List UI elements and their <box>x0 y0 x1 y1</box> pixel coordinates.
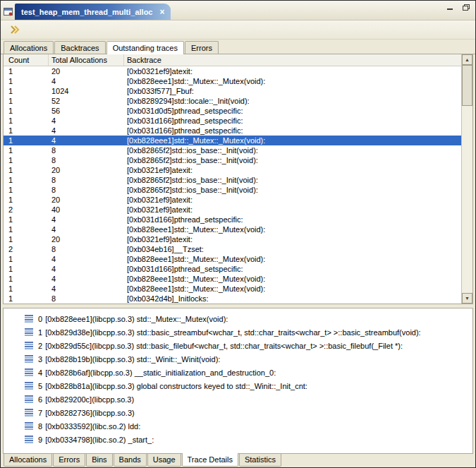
bottom-tab-errors[interactable]: Errors <box>53 454 85 467</box>
profiler-tool-window: test_heap_mem_thread_multi_alloc × Alloc… <box>0 0 476 468</box>
scroll-down-icon[interactable]: ▼ <box>462 293 472 304</box>
table-header: CountTotal AllocationsBacktrace <box>4 54 472 66</box>
count-cell: 1 <box>4 145 49 155</box>
frame-index: 9 <box>38 436 42 444</box>
trace-detail-item[interactable]: 0[0xb828eee1](libcpp.so.3) std::_Mutex::… <box>4 312 472 325</box>
count-cell: 1 <box>4 284 49 294</box>
table-row[interactable]: 14[0xb031d166]pthread_setspecific: <box>4 126 461 136</box>
table-row[interactable]: 14[0xb031d166]pthread_setspecific: <box>4 264 461 274</box>
bottom-tab-bands[interactable]: Bands <box>114 454 147 467</box>
total-allocations-cell: 56 <box>49 106 124 116</box>
bottom-tab-statistics[interactable]: Statistics <box>239 454 281 467</box>
bottom-tab-usage[interactable]: Usage <box>147 454 181 467</box>
close-icon[interactable]: × <box>159 8 164 16</box>
bottom-tab-trace-details[interactable]: Trace Details <box>182 453 238 467</box>
total-allocations-cell: 8 <box>49 145 124 155</box>
total-allocations-cell: 4 <box>49 136 124 145</box>
table-row[interactable]: 120[0xb0321ef9]atexit: <box>4 234 461 244</box>
stack-frame-icon <box>25 409 35 416</box>
backtrace-cell: [0xb031d166]pthread_setspecific: <box>124 215 461 224</box>
total-allocations-cell: 8 <box>49 294 124 304</box>
trace-detail-item[interactable]: 5[0xb828b81a](libcpp.so.3) global constr… <box>4 379 472 392</box>
count-cell: 1 <box>4 86 49 96</box>
frame-text: [0xb828eee1](libcpp.so.3) std::_Mutex::_… <box>45 315 228 323</box>
table-row[interactable]: 120[0xb0321ef9]atexit: <box>4 66 461 76</box>
column-header-count[interactable]: Count <box>4 54 49 66</box>
total-allocations-cell: 4 <box>49 76 124 86</box>
frame-index: 3 <box>38 355 42 364</box>
table-row[interactable]: 18[0xb0342d4b]_Initlocks: <box>4 294 461 304</box>
total-allocations-cell: 40 <box>49 205 124 215</box>
table-row[interactable]: 18[0xb82865f2]std::ios_base::_Init(void)… <box>4 145 461 155</box>
backtrace-cell: [0xb828eee1]std::_Mutex::_Mutex(void): <box>124 254 461 264</box>
toolbar <box>1 20 475 40</box>
trace-detail-item[interactable]: 1[0xb829d38e](libcpp.so.3) std::basic_st… <box>4 325 472 339</box>
maximize-button[interactable] <box>460 3 471 12</box>
minimize-button[interactable] <box>445 3 456 12</box>
total-allocations-cell: 20 <box>49 234 124 244</box>
table-row[interactable]: 240[0xb0321ef9]atexit: <box>4 205 461 215</box>
count-cell: 1 <box>4 165 49 175</box>
table-row[interactable]: 28[0xb034eb16]__Tzset: <box>4 244 461 254</box>
count-cell: 1 <box>4 254 49 264</box>
table-row[interactable]: 156[0xb031d0d5]pthread_setspecific: <box>4 106 461 116</box>
double-chevron-icon[interactable] <box>8 23 21 36</box>
table-row[interactable]: 14[0xb828eee1]std::_Mutex::_Mutex(void): <box>4 284 461 294</box>
trace-detail-item[interactable]: 4[0xb828b6af](libcpp.so.3) __static_init… <box>4 366 472 379</box>
trace-detail-item[interactable]: 8[0xb0333592](libc.so.2) ldd: <box>4 419 472 433</box>
trace-detail-item[interactable]: 2[0xb829d55c](libcpp.so.3) std::basic_fi… <box>4 339 472 352</box>
table-body: 120[0xb0321ef9]atexit:14[0xb828eee1]std:… <box>4 66 461 304</box>
column-header-backtrace[interactable]: Backtrace <box>124 54 461 66</box>
bottom-tab-allocations[interactable]: Allocations <box>4 454 52 467</box>
frame-text: [0xb8282736](libcpp.so.3) <box>45 409 135 417</box>
frame-text: [0xb828b19b](libcpp.so.3) std::_Winit::_… <box>45 355 220 364</box>
trace-detail-item[interactable]: 3[0xb828b19b](libcpp.so.3) std::_Winit::… <box>4 352 472 366</box>
table-row[interactable]: 14[0xb828eee1]std::_Mutex::_Mutex(void): <box>4 254 461 264</box>
trace-detail-item[interactable]: 6[0xb829200c](libcpp.so.3) <box>4 392 472 406</box>
table-row[interactable]: 120[0xb0321ef9]atexit: <box>4 165 461 175</box>
tab-allocations[interactable]: Allocations <box>4 41 54 54</box>
table-row[interactable]: 14[0xb828eee1]std::_Mutex::_Mutex(void): <box>4 76 461 86</box>
table-row[interactable]: 11024[0xb033f577]_Fbuf: <box>4 86 461 96</box>
count-cell: 1 <box>4 136 49 145</box>
table-row[interactable]: 18[0xb82865f2]std::ios_base::_Init(void)… <box>4 155 461 165</box>
tab-errors[interactable]: Errors <box>185 41 219 54</box>
stack-frame-icon <box>25 382 35 390</box>
tab-outstanding-traces[interactable]: Outstanding traces <box>106 41 184 54</box>
stack-frame-icon <box>25 368 35 376</box>
scroll-up-icon[interactable]: ▲ <box>462 54 472 65</box>
backtrace-cell: [0xb0342d4b]_Initlocks: <box>124 294 461 304</box>
frame-text: [0xb0334798](libc.so.2) _start_: <box>45 436 154 444</box>
vertical-scrollbar[interactable]: ▲ ▼ <box>461 54 472 304</box>
window-buttons <box>445 3 471 12</box>
total-allocations-cell: 8 <box>49 244 124 254</box>
trace-detail-item[interactable]: 7[0xb8282736](libcpp.so.3) <box>4 406 472 419</box>
frame-text: [0xb829d38e](libcpp.so.3) std::basic_str… <box>45 328 421 337</box>
count-cell: 1 <box>4 224 49 234</box>
count-cell: 1 <box>4 294 49 304</box>
tab-backtraces[interactable]: Backtraces <box>54 41 105 54</box>
table-row[interactable]: 18[0xb82865f2]std::ios_base::_Init(void)… <box>4 175 461 185</box>
table-row[interactable]: 18[0xb82865f2]std::ios_base::_Init(void)… <box>4 185 461 195</box>
total-allocations-cell: 8 <box>49 155 124 165</box>
bottom-tab-bins[interactable]: Bins <box>86 454 112 467</box>
count-cell: 1 <box>4 175 49 185</box>
table-row[interactable]: 14[0xb031d166]pthread_setspecific: <box>4 215 461 224</box>
table-row[interactable]: 14[0xb828eee1]std::_Mutex::_Mutex(void): <box>4 274 461 284</box>
table-row[interactable]: 152[0xb8289294]std::locale::_Init(void): <box>4 96 461 106</box>
stack-frame-icon <box>25 395 35 403</box>
count-cell: 1 <box>4 96 49 106</box>
trace-detail-item[interactable]: 9[0xb0334798](libc.so.2) _start_: <box>4 433 472 446</box>
scrollbar-thumb[interactable] <box>462 65 472 106</box>
count-cell: 1 <box>4 185 49 195</box>
table-row[interactable]: 14[0xb828eee1]std::_Mutex::_Mutex(void): <box>4 224 461 234</box>
total-allocations-cell: 8 <box>49 185 124 195</box>
table-row[interactable]: 14[0xb031d166]pthread_setspecific: <box>4 116 461 126</box>
trace-details-pane: 0[0xb828eee1](libcpp.so.3) std::_Mutex::… <box>3 308 473 454</box>
table-row[interactable]: 14[0xb828eee1]std::_Mutex::_Mutex(void): <box>4 136 461 145</box>
total-allocations-cell: 4 <box>49 254 124 264</box>
column-header-total-allocations[interactable]: Total Allocations <box>49 54 124 66</box>
backtrace-cell: [0xb0321ef9]atexit: <box>124 195 461 205</box>
window-title-tab[interactable]: test_heap_mem_thread_multi_alloc × <box>15 4 171 20</box>
table-row[interactable]: 120[0xb0321ef9]atexit: <box>4 195 461 205</box>
